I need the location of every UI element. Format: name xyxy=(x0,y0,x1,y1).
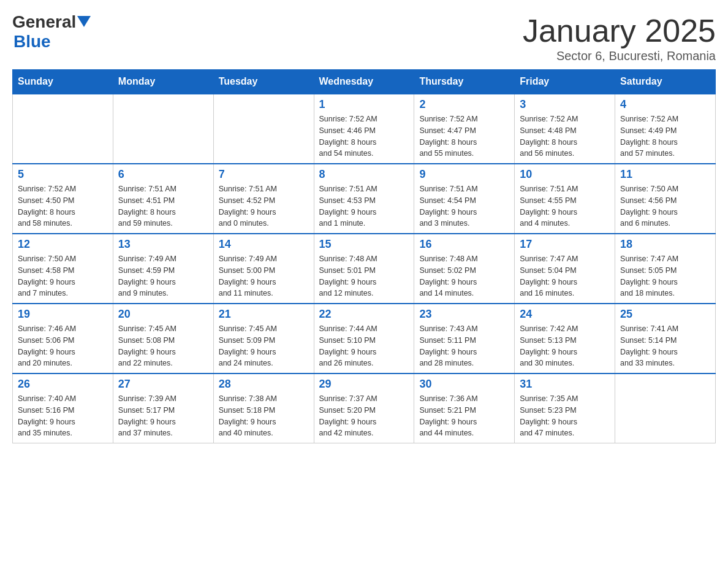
day-info: Sunrise: 7:39 AM Sunset: 5:17 PM Dayligh… xyxy=(118,393,208,439)
day-number: 17 xyxy=(520,238,610,251)
day-info: Sunrise: 7:36 AM Sunset: 5:21 PM Dayligh… xyxy=(419,393,509,439)
day-info: Sunrise: 7:51 AM Sunset: 4:52 PM Dayligh… xyxy=(219,183,309,229)
day-number: 27 xyxy=(118,378,208,391)
day-info: Sunrise: 7:52 AM Sunset: 4:49 PM Dayligh… xyxy=(620,113,710,159)
calendar-cell: 1Sunrise: 7:52 AM Sunset: 4:46 PM Daylig… xyxy=(314,94,414,164)
calendar-cell: 16Sunrise: 7:48 AM Sunset: 5:02 PM Dayli… xyxy=(414,234,515,304)
week-row-4: 19Sunrise: 7:46 AM Sunset: 5:06 PM Dayli… xyxy=(13,304,716,373)
page-header: General Blue January 2025 Sector 6, Bucu… xyxy=(12,12,716,63)
location-subtitle: Sector 6, Bucuresti, Romania xyxy=(523,49,716,63)
day-number: 28 xyxy=(219,378,309,391)
calendar-cell: 13Sunrise: 7:49 AM Sunset: 4:59 PM Dayli… xyxy=(113,234,213,304)
calendar-cell xyxy=(213,94,314,164)
day-number: 1 xyxy=(319,98,409,111)
day-info: Sunrise: 7:48 AM Sunset: 5:02 PM Dayligh… xyxy=(419,253,509,299)
calendar-cell: 10Sunrise: 7:51 AM Sunset: 4:55 PM Dayli… xyxy=(515,164,615,234)
day-number: 22 xyxy=(319,308,409,321)
calendar-table: Sunday Monday Tuesday Wednesday Thursday… xyxy=(12,69,716,443)
calendar-cell: 3Sunrise: 7:52 AM Sunset: 4:48 PM Daylig… xyxy=(515,94,615,164)
day-info: Sunrise: 7:47 AM Sunset: 5:05 PM Dayligh… xyxy=(620,253,710,299)
day-info: Sunrise: 7:38 AM Sunset: 5:18 PM Dayligh… xyxy=(219,393,309,439)
logo-arrow-icon xyxy=(77,16,91,29)
calendar-cell: 30Sunrise: 7:36 AM Sunset: 5:21 PM Dayli… xyxy=(414,373,515,443)
day-info: Sunrise: 7:48 AM Sunset: 5:01 PM Dayligh… xyxy=(319,253,409,299)
calendar-cell: 2Sunrise: 7:52 AM Sunset: 4:47 PM Daylig… xyxy=(414,94,515,164)
day-number: 14 xyxy=(219,238,309,251)
calendar-cell: 22Sunrise: 7:44 AM Sunset: 5:10 PM Dayli… xyxy=(314,304,414,373)
calendar-cell: 4Sunrise: 7:52 AM Sunset: 4:49 PM Daylig… xyxy=(615,94,716,164)
day-number: 18 xyxy=(620,238,710,251)
month-title: January 2025 xyxy=(523,12,716,49)
col-sunday: Sunday xyxy=(13,70,113,94)
day-number: 4 xyxy=(620,98,710,111)
calendar-cell: 17Sunrise: 7:47 AM Sunset: 5:04 PM Dayli… xyxy=(515,234,615,304)
calendar-cell xyxy=(615,373,716,443)
day-info: Sunrise: 7:37 AM Sunset: 5:20 PM Dayligh… xyxy=(319,393,409,439)
day-number: 12 xyxy=(18,238,108,251)
week-row-3: 12Sunrise: 7:50 AM Sunset: 4:58 PM Dayli… xyxy=(13,234,716,304)
calendar-cell: 6Sunrise: 7:51 AM Sunset: 4:51 PM Daylig… xyxy=(113,164,213,234)
day-info: Sunrise: 7:49 AM Sunset: 4:59 PM Dayligh… xyxy=(118,253,208,299)
week-row-5: 26Sunrise: 7:40 AM Sunset: 5:16 PM Dayli… xyxy=(13,373,716,443)
day-number: 13 xyxy=(118,238,208,251)
logo-blue: Blue xyxy=(12,32,91,52)
calendar-cell: 25Sunrise: 7:41 AM Sunset: 5:14 PM Dayli… xyxy=(615,304,716,373)
day-info: Sunrise: 7:52 AM Sunset: 4:46 PM Dayligh… xyxy=(319,113,409,159)
day-info: Sunrise: 7:52 AM Sunset: 4:47 PM Dayligh… xyxy=(419,113,509,159)
day-info: Sunrise: 7:50 AM Sunset: 4:58 PM Dayligh… xyxy=(18,253,108,299)
day-info: Sunrise: 7:46 AM Sunset: 5:06 PM Dayligh… xyxy=(18,323,108,369)
day-info: Sunrise: 7:51 AM Sunset: 4:51 PM Dayligh… xyxy=(118,183,208,229)
calendar-cell: 7Sunrise: 7:51 AM Sunset: 4:52 PM Daylig… xyxy=(213,164,314,234)
calendar-cell: 23Sunrise: 7:43 AM Sunset: 5:11 PM Dayli… xyxy=(414,304,515,373)
day-info: Sunrise: 7:50 AM Sunset: 4:56 PM Dayligh… xyxy=(620,183,710,229)
calendar-cell: 12Sunrise: 7:50 AM Sunset: 4:58 PM Dayli… xyxy=(13,234,113,304)
day-info: Sunrise: 7:45 AM Sunset: 5:08 PM Dayligh… xyxy=(118,323,208,369)
day-number: 23 xyxy=(419,308,509,321)
day-number: 9 xyxy=(419,168,509,181)
col-tuesday: Tuesday xyxy=(213,70,314,94)
calendar-header-row: Sunday Monday Tuesday Wednesday Thursday… xyxy=(13,70,716,94)
svg-marker-0 xyxy=(77,16,91,27)
calendar-cell: 27Sunrise: 7:39 AM Sunset: 5:17 PM Dayli… xyxy=(113,373,213,443)
calendar-cell: 28Sunrise: 7:38 AM Sunset: 5:18 PM Dayli… xyxy=(213,373,314,443)
day-number: 15 xyxy=(319,238,409,251)
col-thursday: Thursday xyxy=(414,70,515,94)
day-number: 29 xyxy=(319,378,409,391)
calendar-cell: 19Sunrise: 7:46 AM Sunset: 5:06 PM Dayli… xyxy=(13,304,113,373)
week-row-1: 1Sunrise: 7:52 AM Sunset: 4:46 PM Daylig… xyxy=(13,94,716,164)
col-saturday: Saturday xyxy=(615,70,716,94)
day-info: Sunrise: 7:40 AM Sunset: 5:16 PM Dayligh… xyxy=(18,393,108,439)
day-info: Sunrise: 7:43 AM Sunset: 5:11 PM Dayligh… xyxy=(419,323,509,369)
day-number: 19 xyxy=(18,308,108,321)
day-number: 25 xyxy=(620,308,710,321)
day-info: Sunrise: 7:45 AM Sunset: 5:09 PM Dayligh… xyxy=(219,323,309,369)
calendar-cell: 5Sunrise: 7:52 AM Sunset: 4:50 PM Daylig… xyxy=(13,164,113,234)
day-number: 3 xyxy=(520,98,610,111)
day-number: 20 xyxy=(118,308,208,321)
day-info: Sunrise: 7:52 AM Sunset: 4:50 PM Dayligh… xyxy=(18,183,108,229)
day-number: 24 xyxy=(520,308,610,321)
calendar-cell: 26Sunrise: 7:40 AM Sunset: 5:16 PM Dayli… xyxy=(13,373,113,443)
day-number: 31 xyxy=(520,378,610,391)
calendar-cell: 14Sunrise: 7:49 AM Sunset: 5:00 PM Dayli… xyxy=(213,234,314,304)
day-info: Sunrise: 7:49 AM Sunset: 5:00 PM Dayligh… xyxy=(219,253,309,299)
calendar-cell xyxy=(113,94,213,164)
title-section: January 2025 Sector 6, Bucuresti, Romani… xyxy=(523,12,716,63)
day-info: Sunrise: 7:44 AM Sunset: 5:10 PM Dayligh… xyxy=(319,323,409,369)
day-number: 21 xyxy=(219,308,309,321)
calendar-cell: 24Sunrise: 7:42 AM Sunset: 5:13 PM Dayli… xyxy=(515,304,615,373)
day-number: 16 xyxy=(419,238,509,251)
day-info: Sunrise: 7:52 AM Sunset: 4:48 PM Dayligh… xyxy=(520,113,610,159)
day-info: Sunrise: 7:51 AM Sunset: 4:55 PM Dayligh… xyxy=(520,183,610,229)
col-monday: Monday xyxy=(113,70,213,94)
calendar-cell: 15Sunrise: 7:48 AM Sunset: 5:01 PM Dayli… xyxy=(314,234,414,304)
calendar-cell: 8Sunrise: 7:51 AM Sunset: 4:53 PM Daylig… xyxy=(314,164,414,234)
calendar-cell xyxy=(13,94,113,164)
calendar-cell: 29Sunrise: 7:37 AM Sunset: 5:20 PM Dayli… xyxy=(314,373,414,443)
day-number: 5 xyxy=(18,168,108,181)
logo-general: General xyxy=(12,12,76,32)
day-number: 11 xyxy=(620,168,710,181)
col-friday: Friday xyxy=(515,70,615,94)
day-info: Sunrise: 7:47 AM Sunset: 5:04 PM Dayligh… xyxy=(520,253,610,299)
day-info: Sunrise: 7:35 AM Sunset: 5:23 PM Dayligh… xyxy=(520,393,610,439)
